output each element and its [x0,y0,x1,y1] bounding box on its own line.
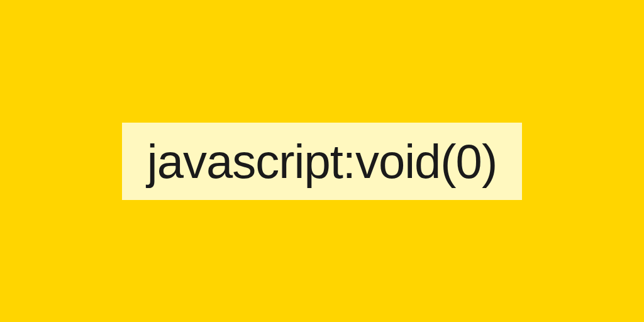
banner-container: javascript:void(0) [122,123,522,200]
banner-text: javascript:void(0) [147,135,497,188]
